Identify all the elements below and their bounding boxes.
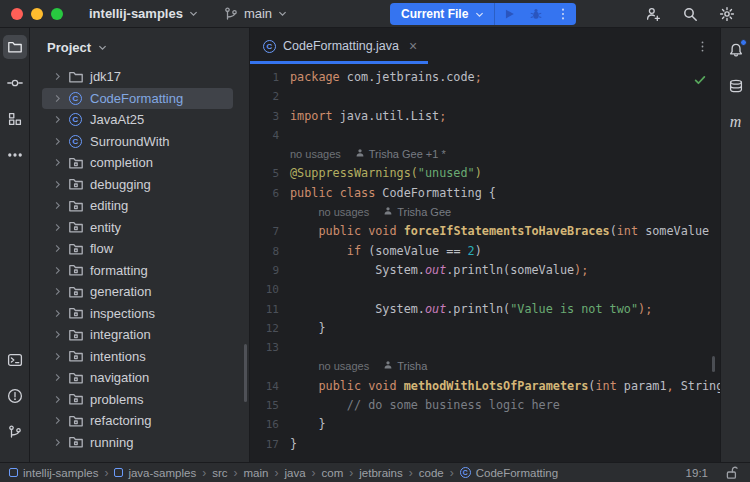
line-number[interactable]: 13	[250, 338, 288, 357]
chevron-right-icon[interactable]	[52, 308, 63, 319]
editor-options-kebab-icon[interactable]	[696, 28, 709, 64]
tool-strip-structure-icon[interactable]	[3, 107, 27, 131]
project-tree-scrollbar[interactable]	[244, 344, 247, 402]
tree-item-flow[interactable]: flow	[42, 238, 233, 260]
line-number[interactable]: 11	[250, 300, 288, 319]
settings-gear-icon[interactable]	[719, 6, 735, 22]
code-line-3[interactable]: 3import java.util.List;	[250, 107, 720, 126]
usages-hint[interactable]: no usages	[318, 357, 369, 376]
tree-item-inspections[interactable]: inspections	[42, 303, 233, 325]
line-number[interactable]: 3	[250, 107, 288, 126]
tool-strip-maven-icon[interactable]: m	[724, 110, 748, 134]
chevron-right-icon[interactable]	[52, 243, 63, 254]
line-number[interactable]: 8	[250, 242, 288, 261]
tree-item-refactoring[interactable]: refactoring	[42, 410, 233, 432]
code-line-15[interactable]: 15 // do some business logic here	[250, 396, 720, 415]
chevron-right-icon[interactable]	[52, 179, 63, 190]
chevron-right-icon[interactable]	[52, 157, 63, 168]
chevron-right-icon[interactable]	[52, 136, 63, 147]
tool-strip-version-control-icon[interactable]	[3, 420, 27, 444]
breadcrumb-item-CodeFormatting[interactable]: CCodeFormatting	[460, 467, 558, 479]
code-line-7[interactable]: 7 public void forceIfStatementsToHaveBra…	[250, 222, 720, 241]
search-icon[interactable]	[682, 6, 698, 22]
line-number[interactable]: 17	[250, 435, 288, 454]
chevron-right-icon[interactable]	[52, 71, 63, 82]
unlocked-padlock-icon[interactable]	[724, 465, 740, 481]
code-line-9[interactable]: 9 System.out.println(someValue);	[250, 261, 720, 280]
line-number[interactable]: 4	[250, 126, 288, 145]
breadcrumb-item-com[interactable]: com	[322, 467, 344, 479]
chevron-right-icon[interactable]	[52, 415, 63, 426]
tree-item-formatting[interactable]: formatting	[42, 260, 233, 282]
usages-hint[interactable]: no usages	[318, 203, 369, 222]
inspections-ok-checkmark-icon[interactable]	[693, 73, 707, 90]
code-line-5[interactable]: 5@SuppressWarnings("unused")	[250, 164, 720, 183]
tree-item-SurroundWith[interactable]: CSurroundWith	[42, 131, 233, 153]
breadcrumb-item-intellij-samples[interactable]: intellij-samples	[9, 467, 98, 479]
line-number[interactable]: 6	[250, 184, 288, 203]
zoom-window-button[interactable]	[51, 8, 63, 20]
chevron-right-icon[interactable]	[52, 286, 63, 297]
code-line-14[interactable]: 14 public void methodWithLotsOfParameter…	[250, 377, 720, 396]
code-line-8[interactable]: 8 if (someValue == 2)	[250, 242, 720, 261]
line-number[interactable]: 16	[250, 415, 288, 434]
code-line-13[interactable]: 13	[250, 338, 720, 357]
breadcrumb-item-java-samples[interactable]: java-samples	[114, 467, 196, 479]
line-number[interactable]: 9	[250, 261, 288, 280]
line-number[interactable]: 1	[250, 68, 288, 87]
author-hint[interactable]: Trisha Gee	[383, 203, 451, 222]
tree-item-debugging[interactable]: debugging	[42, 174, 233, 196]
line-number[interactable]: 12	[250, 319, 288, 338]
vcs-widget[interactable]: main	[223, 6, 288, 22]
tree-item-problems[interactable]: problems	[42, 389, 233, 411]
project-widget[interactable]: intellij-samples	[89, 6, 199, 21]
breadcrumb-item-jetbrains[interactable]: jetbrains	[359, 467, 402, 479]
line-number[interactable]: 15	[250, 396, 288, 415]
tree-item-generation[interactable]: generation	[42, 281, 233, 303]
author-hint[interactable]: Trisha	[383, 357, 427, 376]
tool-strip-database-icon[interactable]	[724, 74, 748, 98]
code-line-6[interactable]: 6public class CodeFormatting {	[250, 184, 720, 203]
author-hint[interactable]: Trisha Gee +1 *	[355, 145, 446, 164]
code-line-10[interactable]: 10	[250, 280, 720, 299]
tool-strip-more-tool-windows-icon[interactable]	[3, 143, 27, 167]
line-number[interactable]: 7	[250, 222, 288, 241]
tree-item-intentions[interactable]: intentions	[42, 346, 233, 368]
tool-strip-terminal-icon[interactable]	[3, 348, 27, 372]
tree-item-jdk17[interactable]: jdk17	[42, 66, 233, 88]
line-number[interactable]: 10	[250, 280, 288, 299]
add-user-icon[interactable]	[645, 6, 661, 22]
tool-strip-commit-icon[interactable]	[3, 71, 27, 95]
tree-item-running[interactable]: running	[42, 432, 233, 454]
chevron-right-icon[interactable]	[52, 200, 63, 211]
breadcrumb-item-main[interactable]: main	[244, 467, 269, 479]
breadcrumb-item-src[interactable]: src	[212, 467, 227, 479]
run-button[interactable]	[495, 3, 522, 25]
chevron-right-icon[interactable]	[52, 222, 63, 233]
code-line-11[interactable]: 11 System.out.println("Value is not two"…	[250, 300, 720, 319]
debug-button[interactable]	[522, 3, 549, 25]
line-number[interactable]: 14	[250, 377, 288, 396]
chevron-right-icon[interactable]	[52, 265, 63, 276]
chevron-right-icon[interactable]	[52, 93, 63, 104]
breadcrumb-item-java[interactable]: java	[284, 467, 305, 479]
more-run-actions-button[interactable]	[549, 3, 576, 25]
tool-strip-project-icon[interactable]	[3, 35, 27, 59]
code-line-4[interactable]: 4	[250, 126, 720, 145]
tool-strip-problems-icon[interactable]	[3, 384, 27, 408]
line-number[interactable]: 5	[250, 164, 288, 183]
chevron-right-icon[interactable]	[52, 394, 63, 405]
tool-strip-notifications-icon[interactable]	[724, 38, 748, 62]
tree-item-editing[interactable]: editing	[42, 195, 233, 217]
chevron-right-icon[interactable]	[52, 372, 63, 383]
chevron-right-icon[interactable]	[52, 329, 63, 340]
usages-hint[interactable]: no usages	[290, 145, 341, 164]
tree-item-navigation[interactable]: navigation	[42, 367, 233, 389]
chevron-right-icon[interactable]	[52, 114, 63, 125]
tree-item-entity[interactable]: entity	[42, 217, 233, 239]
close-tab-icon[interactable]: ×	[409, 39, 417, 53]
line-number[interactable]: 2	[250, 87, 288, 106]
tree-item-completion[interactable]: completion	[42, 152, 233, 174]
close-window-button[interactable]	[11, 8, 23, 20]
minimize-window-button[interactable]	[31, 8, 43, 20]
